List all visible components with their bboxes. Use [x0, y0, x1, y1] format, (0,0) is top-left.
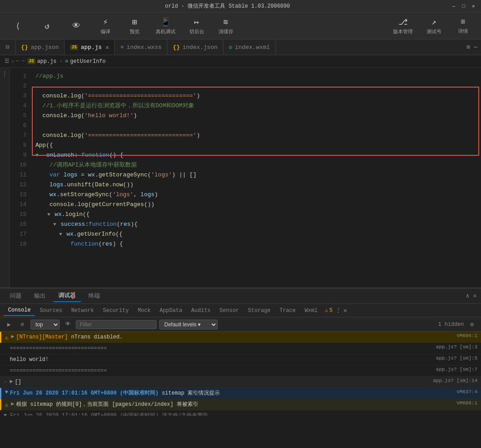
sidebar-icon: ⊟	[6, 44, 9, 51]
test-label: 测试号	[427, 28, 442, 35]
console-tab-wxml[interactable]: Wxml	[300, 306, 322, 316]
menu-icon: ≡	[461, 18, 466, 26]
code-line-14: console.log(getCurrentPages())	[35, 200, 481, 210]
code-area[interactable]: //app.js console.log('==================…	[30, 68, 481, 288]
version-mgmt-button[interactable]: ⎇ 版本管理	[388, 15, 418, 37]
warning-icon-ntrans: ⚠	[5, 334, 9, 341]
toolbar-back-btn[interactable]: ⟨	[4, 19, 31, 33]
levels-select[interactable]: Default levels ▾	[159, 320, 218, 329]
preview-toggle-button[interactable]: 👁	[63, 19, 90, 32]
json-icon2: {}	[173, 44, 180, 51]
warning-count-badge: ⚠ 5	[325, 307, 332, 314]
console-tab-appdata[interactable]: AppData	[155, 306, 187, 316]
phone-icon: 📱	[161, 17, 171, 27]
close-tab-button[interactable]: ✕	[105, 44, 109, 51]
console-row-hello: · hello world! app.js? [sm]:5	[0, 354, 481, 365]
expand-arrow-sitemap-warn[interactable]: ▶	[11, 400, 14, 407]
console-close-icon[interactable]: ✕	[343, 307, 347, 314]
refresh-button[interactable]: ↺	[34, 19, 61, 33]
minimize-button[interactable]: —	[450, 3, 457, 9]
console-run-button[interactable]: ▶	[4, 319, 14, 330]
more-tabs-icon[interactable]: ⋯	[474, 44, 477, 51]
code-line-10: //调用API从本地缓存中获取数据	[35, 160, 481, 170]
back-nav-icon[interactable]: ←	[16, 58, 19, 65]
console-tab-storage[interactable]: Storage	[244, 306, 275, 316]
code-line-17: ▼ wx.getUserInfo({	[35, 229, 481, 239]
toolbar: ⟨ ↺ 👁 ⚡ 编译 ⊞ 预览 📱 真机调试 ↦ 切后台 ≋ 清缓存	[0, 13, 481, 40]
split-editor-icon[interactable]: ⊞	[467, 44, 470, 51]
sidebar-icon1[interactable]: ⋮	[2, 70, 8, 77]
panel-close-icon[interactable]: ✕	[473, 292, 477, 299]
test-button[interactable]: ↗ 测试号	[420, 15, 447, 37]
eye-icon: 👁	[72, 21, 80, 31]
ntrans-source[interactable]: VM606:1	[457, 333, 477, 338]
console-row-more: ▼ Fri Jun 26 2020 17:01:16 GMT+0800 (中国标…	[0, 410, 481, 416]
backend-button[interactable]: ↦ 切后台	[183, 15, 210, 37]
console-stop-button[interactable]: ⊘	[17, 319, 28, 330]
tab-bar: ⊟ {} app.json JS app.js ✕ ≈ index.wxss {…	[0, 40, 481, 55]
close-button[interactable]: ✕	[470, 3, 477, 9]
tab-index-wxss-label: index.wxss	[127, 44, 162, 51]
tab-index-json[interactable]: {} index.json	[167, 40, 223, 55]
expand-arrow-sitemap[interactable]: ▼	[5, 389, 8, 395]
icon-array: ·	[4, 379, 7, 386]
details-button[interactable]: ≡ 详情	[450, 16, 477, 36]
console-tab-sensor[interactable]: Sensor	[215, 306, 243, 316]
equals2-source[interactable]: app.js? [sm]:7	[436, 367, 477, 372]
console-more-options[interactable]: ⋮	[335, 307, 341, 314]
forward-nav-icon[interactable]: →	[21, 58, 24, 65]
tab-app-js[interactable]: JS app.js ✕	[65, 40, 115, 55]
line-num-5: 5	[10, 111, 26, 121]
equals1-source[interactable]: app.js? [sm]:3	[436, 344, 477, 350]
code-line-15: ▼ wx.login({	[35, 210, 481, 220]
line-num-2: 2	[10, 81, 26, 91]
console-tab-mock[interactable]: Mock	[133, 306, 155, 316]
console-tab-security[interactable]: Security	[98, 306, 133, 316]
context-select[interactable]: top	[31, 320, 60, 329]
line-num-12: 12	[10, 180, 26, 190]
tab-index-wxml-label: index.wxml	[235, 44, 270, 51]
clear-cache-button[interactable]: ≋ 清缓存	[212, 15, 239, 37]
breadcrumb-symbol-name: getUserInfo	[70, 58, 105, 65]
tab-index-wxml[interactable]: ◇ index.wxml	[223, 40, 276, 55]
array-source[interactable]: app.js? [sm]:14	[433, 378, 477, 383]
sitemap-info-source[interactable]: VM637:4	[457, 389, 477, 395]
list-icon[interactable]: ☰	[4, 58, 9, 65]
title-bar: orld - 微信开发者工具 Stable 1.03.2006090 — □ ✕	[0, 0, 481, 13]
eye-filter-icon[interactable]: 👁	[62, 319, 73, 330]
compile-button[interactable]: ⚡ 编译	[92, 15, 119, 37]
expand-arrow-array[interactable]: ▶	[10, 378, 13, 385]
console-tab-sources[interactable]: Sources	[35, 306, 66, 316]
refresh-icon: ↺	[45, 21, 50, 31]
panel-tab-issues[interactable]: 问题	[4, 290, 27, 302]
toolbar-right: ⎇ 版本管理 ↗ 测试号 ≡ 详情	[388, 15, 477, 37]
panel-tab-terminal[interactable]: 终端	[83, 290, 105, 302]
hello-source[interactable]: app.js? [sm]:5	[436, 356, 477, 361]
equals2-text: ==============================	[10, 367, 432, 375]
real-machine-button[interactable]: 📱 真机调试	[150, 15, 181, 37]
panel-expand-icon[interactable]: ∧	[466, 292, 469, 299]
tab-app-json[interactable]: {} app.json	[16, 40, 65, 55]
preview-button[interactable]: ⊞ 预览	[121, 15, 148, 37]
clear-cache-label: 清缓存	[219, 28, 233, 35]
sitemap-warn-source[interactable]: VM606:1	[457, 400, 477, 406]
icon-hello: ·	[4, 356, 7, 363]
bookmark-icon[interactable]: ☆	[11, 58, 14, 65]
line-num-17: 17	[10, 229, 26, 239]
tab-app-json-label: app.json	[31, 44, 59, 51]
maximize-button[interactable]: □	[460, 3, 467, 9]
console-tab-network[interactable]: Network	[67, 306, 98, 316]
panel-tab-output[interactable]: 输出	[29, 290, 51, 302]
gear-button[interactable]: ⚙	[467, 319, 477, 330]
expand-arrow-ntrans[interactable]: ▶	[11, 333, 14, 340]
line-num-14: 14	[10, 200, 26, 210]
console-tab-audits[interactable]: Audits	[187, 306, 215, 316]
console-row-ntrans: ⚠ ▶ [NTrans][Master] nTrans diasbled. VM…	[0, 332, 481, 343]
console-tab-trace[interactable]: Trace	[275, 306, 300, 316]
title-text: orld - 微信开发者工具 Stable 1.03.2006090	[4, 2, 450, 10]
filter-input[interactable]	[76, 320, 157, 329]
sidebar-toggle-button[interactable]: ⊟	[0, 40, 16, 55]
tab-index-wxss[interactable]: ≈ index.wxss	[115, 40, 167, 55]
console-tab-console[interactable]: Console	[4, 305, 35, 316]
console-output[interactable]: ⚠ ▶ [NTrans][Master] nTrans diasbled. VM…	[0, 332, 481, 416]
